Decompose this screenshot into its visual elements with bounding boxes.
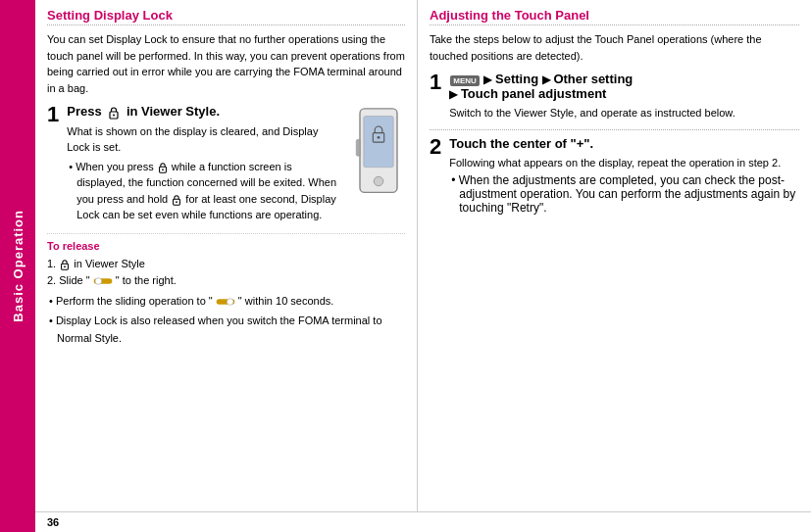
columns: Setting Display Lock You can set Display… — [35, 0, 811, 511]
to-release-section: To release 1. in Viewer Style 2. Slide " — [47, 233, 405, 348]
arrow1: ▶ — [483, 73, 491, 85]
right-step2-content: Touch the center of "+". Following what … — [449, 136, 799, 216]
main-content: Setting Display Lock You can set Display… — [35, 0, 811, 532]
step1-with-image: Press in Viewer Style. What is shown on … — [67, 104, 405, 223]
lock-icon — [107, 106, 121, 120]
release-step1: 1. in Viewer Style — [47, 256, 405, 273]
svg-point-1 — [113, 114, 115, 116]
svg-point-17 — [227, 299, 233, 306]
right-step2-number: 2 — [430, 136, 441, 216]
touch-panel-label: Touch panel adjustment — [461, 86, 607, 101]
sidebar: Basic Operation — [0, 0, 35, 532]
svg-point-3 — [162, 169, 164, 170]
right-step2-bullet1: When the adjustments are completed, you … — [449, 173, 799, 215]
left-section-title: Setting Display Lock — [47, 8, 405, 25]
right-step1-container: 1 MENU ▶ Setting ▶ Other setting ▶ Touch… — [430, 72, 799, 121]
lock-icon-release — [59, 259, 71, 270]
svg-point-5 — [176, 201, 177, 203]
lock-icon-inline — [157, 162, 169, 173]
phone-image — [351, 104, 405, 202]
right-column: Adjusting the Touch Panel Take the steps… — [418, 0, 811, 511]
svg-point-13 — [64, 266, 66, 267]
svg-point-15 — [95, 278, 102, 285]
svg-point-11 — [377, 135, 380, 138]
release-bullet2: Display Lock is also released when you s… — [47, 313, 405, 347]
lock-icon-inline2 — [171, 194, 182, 206]
step1-bullet1: When you press while a function screen i… — [67, 159, 343, 223]
step1-body: What is shown on the display is cleared,… — [67, 123, 343, 223]
right-intro: Take the steps below to adjust the Touch… — [430, 31, 799, 64]
right-section-title: Adjusting the Touch Panel — [430, 8, 799, 25]
step1-header: Press in Viewer Style. — [67, 104, 343, 120]
right-step1-content: MENU ▶ Setting ▶ Other setting ▶ Touch p… — [449, 72, 799, 121]
left-intro: You can set Display Lock to ensure that … — [47, 31, 405, 96]
page-footer: 36 — [35, 511, 811, 532]
to-release-body: 1. in Viewer Style 2. Slide " — [47, 256, 405, 348]
right-step2-header: Touch the center of "+". — [449, 136, 799, 151]
slide-icon2 — [216, 295, 235, 309]
to-release-title: To release — [47, 240, 405, 252]
step1-text: Press in Viewer Style. What is shown on … — [67, 104, 343, 223]
svg-rect-8 — [356, 139, 360, 156]
divider — [430, 129, 799, 130]
step1-number: 1 — [47, 104, 59, 223]
right-step1-number: 1 — [430, 72, 441, 121]
step1-content: Press in Viewer Style. What is shown on … — [67, 104, 405, 223]
menu-icon: MENU — [450, 75, 480, 86]
arrow2: ▶ — [542, 73, 550, 85]
svg-point-9 — [374, 176, 383, 186]
phone-illustration — [354, 107, 403, 200]
left-column: Setting Display Lock You can set Display… — [35, 0, 418, 511]
step1-container: 1 Press in Viewer Style. — [47, 104, 405, 223]
release-bullet1: Perform the sliding operation to " " wit… — [47, 293, 405, 311]
right-step1-header: MENU ▶ Setting ▶ Other setting ▶ Touch p… — [449, 72, 799, 101]
arrow3: ▶ — [449, 88, 457, 100]
sidebar-label: Basic Operation — [11, 210, 25, 322]
setting-label: Setting — [495, 72, 538, 86]
right-step2-body: Following what appears on the display, r… — [449, 155, 799, 171]
right-step2-container: 2 Touch the center of "+". Following wha… — [430, 136, 799, 216]
slide-icon — [93, 274, 113, 288]
right-step1-body: Switch to the Viewer Style, and operate … — [449, 105, 799, 121]
other-setting-label: Other setting — [553, 72, 633, 86]
page-number: 36 — [47, 516, 59, 528]
release-step2: 2. Slide " " to the right. — [47, 272, 405, 290]
